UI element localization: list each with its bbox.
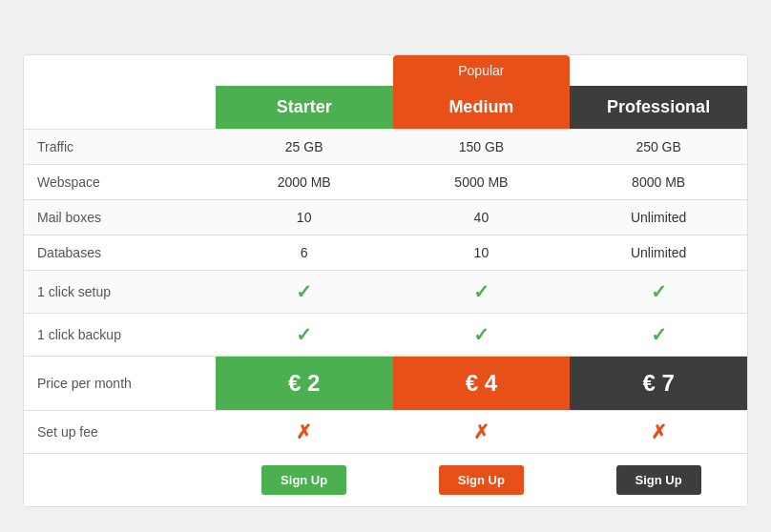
- signup-starter-button[interactable]: Sign Up: [261, 465, 346, 495]
- setup-fee-label: Set up fee: [24, 410, 216, 453]
- cross-icon-starter: ✗: [296, 421, 312, 442]
- traffic-starter: 25 GB: [216, 129, 393, 164]
- webspace-starter: 2000 MB: [216, 164, 393, 199]
- signup-medium-cell: Sign Up: [393, 453, 571, 506]
- check-icon-backup-pro: ✓: [651, 324, 667, 345]
- pricing-table: Popular Starter Medium Professional Traf…: [24, 55, 747, 506]
- click-backup-professional: ✓: [570, 313, 747, 356]
- price-starter: € 2: [216, 356, 393, 410]
- signup-empty-cell: [24, 453, 216, 506]
- click-setup-starter: ✓: [216, 270, 393, 313]
- databases-label: Databases: [24, 235, 216, 270]
- mailboxes-starter: 10: [216, 199, 393, 235]
- traffic-professional: 250 GB: [570, 129, 747, 164]
- empty-cell-3: [570, 55, 747, 86]
- signup-professional-cell: Sign Up: [570, 453, 747, 506]
- webspace-label: Webspace: [24, 164, 216, 199]
- mailboxes-row: Mail boxes 10 40 Unlimited: [24, 199, 747, 235]
- databases-medium: 10: [393, 235, 571, 270]
- popular-badge-row: Popular: [24, 55, 747, 86]
- signup-row: Sign Up Sign Up Sign Up: [24, 453, 747, 506]
- click-backup-medium: ✓: [393, 313, 571, 356]
- click-backup-label: 1 click backup: [24, 313, 216, 356]
- price-label: Price per month: [24, 356, 216, 410]
- setup-fee-row: Set up fee ✗ ✗ ✗: [24, 410, 747, 453]
- mailboxes-label: Mail boxes: [24, 199, 216, 235]
- traffic-row: Traffic 25 GB 150 GB 250 GB: [24, 129, 747, 164]
- databases-starter: 6: [216, 235, 393, 270]
- databases-row: Databases 6 10 Unlimited: [24, 235, 747, 270]
- cross-icon-medium: ✗: [473, 421, 490, 442]
- medium-header: Medium: [393, 86, 571, 130]
- mailboxes-professional: Unlimited: [570, 199, 747, 235]
- click-setup-professional: ✓: [570, 270, 747, 313]
- professional-header: Professional: [570, 86, 747, 130]
- setup-fee-starter: ✗: [216, 410, 393, 453]
- check-icon-setup-medium: ✓: [473, 281, 490, 302]
- traffic-label: Traffic: [24, 129, 216, 164]
- price-row: Price per month € 2 € 4 € 7: [24, 356, 747, 410]
- starter-header: Starter: [216, 86, 393, 130]
- check-icon-backup-starter: ✓: [296, 324, 312, 345]
- click-setup-row: 1 click setup ✓ ✓ ✓: [24, 270, 747, 313]
- webspace-professional: 8000 MB: [570, 164, 747, 199]
- pricing-table-container: Popular Starter Medium Professional Traf…: [23, 54, 748, 507]
- signup-starter-cell: Sign Up: [216, 453, 393, 506]
- popular-badge: Popular: [393, 55, 571, 86]
- cross-icon-professional: ✗: [651, 421, 667, 442]
- signup-medium-button[interactable]: Sign Up: [439, 465, 524, 495]
- webspace-row: Webspace 2000 MB 5000 MB 8000 MB: [24, 164, 747, 199]
- price-professional: € 7: [570, 356, 747, 410]
- traffic-medium: 150 GB: [393, 129, 571, 164]
- check-icon-setup-starter: ✓: [296, 281, 312, 302]
- click-setup-medium: ✓: [393, 270, 571, 313]
- mailboxes-medium: 40: [393, 199, 571, 235]
- signup-professional-button[interactable]: Sign Up: [616, 465, 701, 495]
- header-label-empty: [24, 86, 216, 130]
- empty-cell-1: [24, 55, 216, 86]
- popular-badge-cell: Popular: [393, 55, 571, 86]
- setup-fee-medium: ✗: [393, 410, 571, 453]
- plan-header-row: Starter Medium Professional: [24, 86, 747, 130]
- check-icon-backup-medium: ✓: [473, 324, 490, 345]
- check-icon-setup-pro: ✓: [651, 281, 667, 302]
- webspace-medium: 5000 MB: [393, 164, 571, 199]
- click-setup-label: 1 click setup: [24, 270, 216, 313]
- setup-fee-professional: ✗: [570, 410, 747, 453]
- price-medium: € 4: [393, 356, 571, 410]
- empty-cell-2: [216, 55, 393, 86]
- click-backup-row: 1 click backup ✓ ✓ ✓: [24, 313, 747, 356]
- click-backup-starter: ✓: [216, 313, 393, 356]
- databases-professional: Unlimited: [570, 235, 747, 270]
